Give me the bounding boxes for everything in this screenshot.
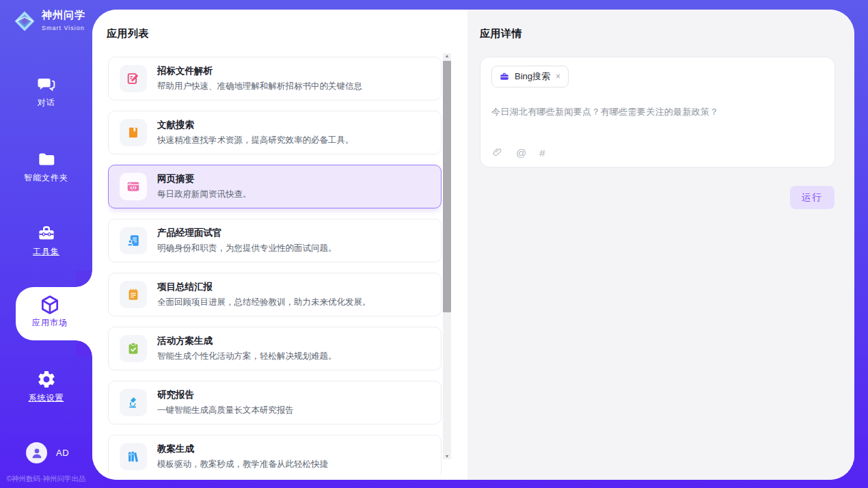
gear-icon — [0, 369, 92, 390]
microscope-icon — [120, 389, 147, 416]
hashtag-icon[interactable]: # — [539, 147, 545, 159]
app-card-desc: 智能生成个性化活动方案，轻松解决规划难题。 — [157, 351, 337, 362]
app-card-literature-search[interactable]: 文献搜索 快速精准查找学术资源，提高研究效率的必备工具。 — [108, 111, 442, 154]
app-card-research-report[interactable]: 研究报告 一键智能生成高质量长文本研究报告 — [108, 381, 442, 424]
app-card-desc: 明确身份和职责，为您提供专业性的面试问题。 — [157, 243, 337, 254]
app-card-title: 网页摘要 — [157, 173, 252, 185]
app-card-title: 项目总结汇报 — [157, 281, 371, 293]
cube-icon — [16, 294, 84, 316]
clipboard-check-icon — [120, 335, 147, 362]
app-card-desc: 全面回顾项目进展，总结经验教训，助力未来优化发展。 — [157, 297, 371, 308]
list-scrollbar[interactable]: ▲ ▼ — [443, 53, 451, 459]
folder-icon — [0, 149, 92, 170]
app-list-title: 应用列表 — [107, 27, 149, 40]
paperclip-icon[interactable] — [492, 146, 503, 159]
user-initials: AD — [56, 448, 69, 458]
scroll-down-icon[interactable]: ▼ — [443, 452, 451, 461]
input-toolbar: @ # — [492, 146, 545, 159]
sidebar-item-toolset[interactable]: 工具集 — [0, 223, 92, 258]
mention-icon[interactable]: @ — [516, 147, 526, 159]
app-card-title: 活动方案生成 — [157, 335, 337, 347]
briefcase-icon — [499, 71, 510, 82]
app-card-desc: 帮助用户快速、准确地理解和解析招标书中的关键信息 — [157, 81, 362, 92]
app-card-desc: 一键智能生成高质量长文本研究报告 — [157, 405, 294, 416]
sidebar-item-label: 系统设置 — [0, 392, 92, 404]
scroll-up-icon[interactable]: ▲ — [443, 52, 451, 60]
copyright-footer: ©神州数码·神州问学出品 — [0, 474, 92, 484]
prompt-card[interactable]: Bing搜索 × 今日湖北有哪些新闻要点？有哪些需要关注的最新政策？ @ # — [480, 57, 835, 167]
sidebar-item-app-market[interactable]: 应用市场 — [16, 287, 92, 340]
avatar — [26, 442, 47, 463]
app-card-title: 教案生成 — [157, 443, 328, 455]
notepad-icon — [120, 281, 147, 308]
brand-name: 神州问学 — [42, 9, 85, 21]
app-card-project-summary[interactable]: 项目总结汇报 全面回顾项目进展，总结经验教训，助力未来优化发展。 — [108, 273, 442, 316]
app-card-desc: 每日政府新闻资讯快查。 — [157, 189, 252, 200]
browser-code-icon — [120, 173, 147, 200]
app-card-title: 产品经理面试官 — [157, 227, 337, 239]
brand-subtitle: Smart Vision — [42, 25, 85, 31]
sidebar-item-label: 应用市场 — [16, 317, 84, 329]
doc-pen-icon — [120, 65, 147, 92]
toolbox-icon — [0, 223, 92, 243]
person-doc-icon — [120, 227, 147, 254]
query-text[interactable]: 今日湖北有哪些新闻要点？有哪些需要关注的最新政策？ — [491, 106, 824, 118]
book-icon — [120, 119, 147, 146]
app-detail-title: 应用详情 — [480, 27, 522, 40]
run-button[interactable]: 运行 — [790, 186, 835, 209]
diamond-logo-icon — [12, 9, 37, 33]
app-detail-panel: 应用详情 Bing搜索 × 今日湖北有哪些新闻要点？有哪些需要关注的最新政策？ — [467, 10, 854, 480]
chat-icon — [0, 74, 92, 94]
sidebar-item-settings[interactable]: 系统设置 — [0, 369, 92, 404]
app-card-title: 文献搜索 — [157, 119, 354, 131]
app-card-pm-interviewer[interactable]: 产品经理面试官 明确身份和职责，为您提供专业性的面试问题。 — [108, 219, 442, 262]
app-card-title: 研究报告 — [157, 389, 294, 401]
app-card-lesson-plan[interactable]: 教案生成 模板驱动，教案秒成，教学准备从此轻松快捷 — [108, 435, 442, 475]
app-card-title: 招标文件解析 — [157, 65, 362, 77]
app-card-bid-parsing[interactable]: 招标文件解析 帮助用户快速、准确地理解和解析招标书中的关键信息 — [108, 57, 442, 100]
brand-logo: 神州问学 Smart Vision — [12, 9, 92, 33]
chip-close-icon[interactable]: × — [555, 72, 561, 81]
tool-chip-bing-search[interactable]: Bing搜索 × — [491, 66, 569, 87]
main-content: 应用列表 招标文件解析 帮助用户快速、准确地理解和解析招标书中的关键信息 — [92, 10, 854, 480]
app-card-desc: 模板驱动，教案秒成，教学准备从此轻松快捷 — [157, 459, 328, 470]
scrollbar-thumb[interactable] — [443, 61, 451, 312]
sidebar-item-label: 工具集 — [0, 246, 92, 258]
app-card-desc: 快速精准查找学术资源，提高研究效率的必备工具。 — [157, 135, 354, 146]
tool-chip-label: Bing搜索 — [515, 70, 550, 83]
sidebar-item-label: 智能文件夹 — [0, 172, 92, 184]
app-list: 招标文件解析 帮助用户快速、准确地理解和解析招标书中的关键信息 文献搜索 快速精… — [108, 57, 442, 475]
books-icon — [120, 443, 147, 470]
sidebar-item-smart-folder[interactable]: 智能文件夹 — [0, 149, 92, 184]
sidebar-item-label: 对话 — [0, 97, 92, 109]
brand-text: 神州问学 Smart Vision — [42, 10, 92, 33]
user-account[interactable]: AD — [26, 442, 69, 463]
app-card-event-plan[interactable]: 活动方案生成 智能生成个性化活动方案，轻松解决规划难题。 — [108, 327, 442, 370]
app-card-web-summary[interactable]: 网页摘要 每日政府新闻资讯快查。 — [108, 165, 442, 208]
app-list-panel: 应用列表 招标文件解析 帮助用户快速、准确地理解和解析招标书中的关键信息 — [92, 10, 467, 480]
sidebar: 神州问学 Smart Vision 对话 智能文件夹 — [0, 0, 92, 488]
sidebar-item-chat[interactable]: 对话 — [0, 74, 92, 109]
